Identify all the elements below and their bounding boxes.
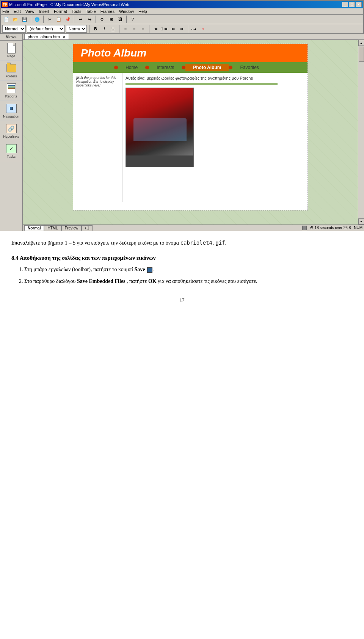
nav-dot-home [114, 66, 118, 69]
bullets-button[interactable]: ≔ [152, 25, 159, 32]
insert-table-button[interactable]: ⊞ [107, 16, 115, 23]
underline-button[interactable]: U [109, 25, 117, 32]
page-body: Αυτές είναι μερικές ωραίες φωτογραφίες τ… [122, 73, 308, 202]
align-left-button[interactable]: ≡ [122, 25, 129, 32]
reports-view-icon [6, 83, 17, 94]
font-color-button[interactable]: A [199, 25, 207, 32]
page-view-icon [6, 43, 17, 53]
section-heading: 8.4 Αποθήκευση της σελίδας και των περιε… [11, 253, 353, 262]
hyperlinks-view-icon: 🔗 [6, 123, 17, 134]
menu-insert[interactable]: Insert [39, 9, 49, 14]
save-inline-icon [147, 267, 152, 273]
step1-prefix: 1. [19, 267, 23, 272]
page-number: 17 [11, 289, 353, 312]
bold-button[interactable]: B [92, 25, 99, 32]
minimize-button[interactable]: _ [342, 2, 348, 7]
scroll-up-button[interactable]: ▲ [358, 40, 364, 46]
car-image [126, 88, 194, 167]
file-tab-bar: photo_album.htm ✕ [23, 34, 364, 40]
status-indicator [302, 226, 307, 230]
menu-help[interactable]: Help [138, 9, 147, 14]
numbered-button[interactable]: 1≔ [160, 25, 168, 32]
view-page[interactable]: Page [0, 41, 22, 61]
separator-4 [96, 16, 96, 23]
nav-favorites[interactable]: Favorites [232, 64, 266, 71]
view-folders[interactable]: Folders [0, 61, 22, 81]
save-toolbar-button[interactable]: 💾 [20, 16, 29, 23]
menu-frames[interactable]: Frames [100, 9, 115, 14]
menu-window[interactable]: Window [119, 9, 134, 14]
content-wrapper: photo_album.htm ✕ Photo Album Home [23, 34, 364, 231]
close-button[interactable]: ✕ [356, 2, 362, 7]
album-title: Photo Album [81, 47, 300, 59]
menu-tools[interactable]: Tools [72, 9, 82, 14]
nav-interests[interactable]: Interests [149, 64, 182, 71]
scroll-down-button[interactable]: ▼ [358, 218, 364, 225]
window-chrome: FP Microsoft FrontPage - C:\My Documents… [0, 0, 364, 34]
view-tasks[interactable]: ✓ Tasks [0, 141, 22, 161]
views-title: Views [0, 34, 22, 41]
reports-view-label: Reports [5, 94, 17, 98]
step-2: 2. Στο παράθυρο διαλόγου Save Embedded F… [19, 277, 353, 286]
close-tab-button[interactable]: ✕ [63, 35, 66, 39]
menu-view[interactable]: View [25, 9, 35, 14]
nav-dot-album [182, 66, 185, 69]
step2-text: Στο παράθυρο διαλόγου [24, 278, 75, 284]
italic-button[interactable]: I [100, 25, 108, 32]
page-inner: [Edit the properties for this Navigation… [73, 73, 308, 202]
bottom-content: Επαναλάβετε τα βήματα 1 – 5 για να εισάγ… [0, 231, 364, 319]
view-hyperlinks[interactable]: 🔗 Hyperlinks [0, 121, 22, 141]
indent-button[interactable]: ⇒ [178, 25, 185, 32]
redo-button[interactable]: ↪ [85, 16, 94, 23]
menu-table[interactable]: Table [86, 9, 96, 14]
outdent-button[interactable]: ⇐ [169, 25, 177, 32]
tab-html[interactable]: HTML [44, 225, 61, 231]
view-navigation[interactable]: Navigation [0, 101, 22, 121]
tab-normal[interactable]: Normal [24, 225, 44, 231]
insert-component-button[interactable]: ⚙ [98, 16, 106, 23]
menu-format[interactable]: Format [54, 9, 67, 14]
highlight-button[interactable]: A▲ [190, 25, 198, 32]
numbered-list: 1. Στη μπάρα εργαλείων (toolbar), πατήστ… [19, 265, 353, 286]
cut-button[interactable]: ✂ [46, 16, 54, 23]
separator-5 [126, 16, 127, 23]
new-button[interactable]: 📄 [2, 16, 11, 23]
title-bar-buttons[interactable]: _ □ ✕ [342, 2, 362, 7]
nav-dot-interests [145, 66, 149, 69]
size-select[interactable]: Normal [66, 25, 87, 33]
style-select[interactable]: Normal [2, 25, 26, 33]
status-bar: Normal HTML Preview / 1 ⏱ 18 seconds ove… [23, 225, 364, 231]
album-header: Photo Album [73, 44, 308, 62]
navigation-view-label: Navigation [3, 115, 19, 118]
navigation-view-icon [6, 103, 17, 114]
undo-button[interactable]: ↩ [76, 16, 85, 23]
font-select[interactable]: (default font) [27, 25, 65, 33]
file-tab[interactable]: photo_album.htm ✕ [24, 34, 69, 39]
nav-home[interactable]: Home [118, 64, 145, 71]
menu-file[interactable]: File [2, 9, 9, 14]
step1-text: Στη μπάρα εργαλείων (toolbar), πατήστε τ… [24, 267, 133, 272]
view-reports[interactable]: Reports [0, 81, 22, 101]
format-toolbar: Normal (default font) Normal B I U ≡ ≡ ≡… [1, 24, 363, 34]
open-button[interactable]: 📂 [11, 16, 20, 23]
maximize-button[interactable]: □ [349, 2, 355, 7]
paste-button[interactable]: 📌 [64, 16, 72, 23]
insert-image-button[interactable]: 🖼 [116, 16, 124, 23]
scroll-track[interactable] [358, 46, 364, 218]
help-toolbar-button[interactable]: ? [129, 16, 137, 23]
tab-preview[interactable]: Preview [61, 225, 82, 231]
separator-fmt-1 [89, 25, 89, 33]
align-right-button[interactable]: ≡ [139, 25, 147, 32]
page-caption: Αυτές είναι μερικές ωραίες φωτογραφίες τ… [126, 76, 304, 80]
menu-edit[interactable]: Edit [14, 9, 21, 14]
copy-button[interactable]: 📋 [55, 16, 63, 23]
nav-photoalbum[interactable]: Photo Album [185, 64, 229, 71]
status-tabs: Normal HTML Preview / 1 [24, 225, 93, 231]
filename-code: cabriolet4.gif [180, 240, 225, 246]
scroll-thumb[interactable] [359, 47, 364, 62]
step2-end: για να αποθηκεύσετε τις εικόνες που εισά… [158, 278, 257, 284]
publish-button[interactable]: 🌐 [33, 16, 41, 23]
title-bar: FP Microsoft FrontPage - C:\My Documents… [1, 1, 363, 8]
align-center-button[interactable]: ≡ [130, 25, 138, 32]
file-tab-name: photo_album.htm [28, 35, 60, 39]
